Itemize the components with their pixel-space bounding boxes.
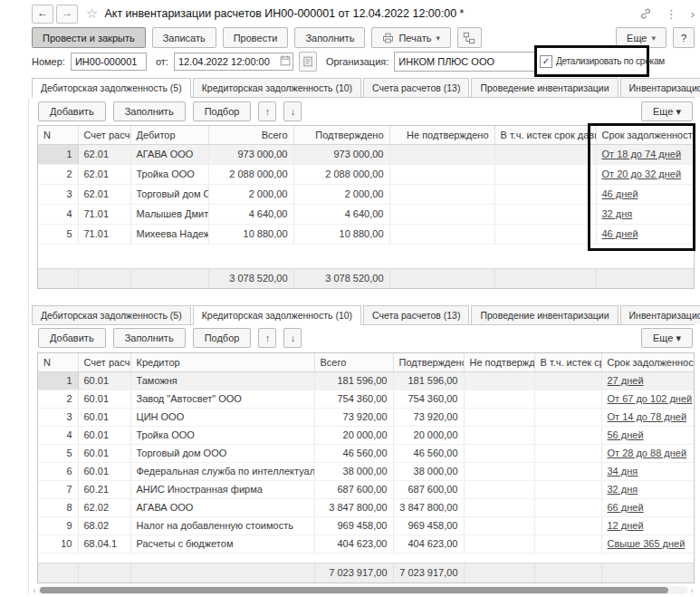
cell-debtor[interactable]: Малышев Дмитри... xyxy=(130,205,208,225)
col-n[interactable]: N xyxy=(38,126,78,145)
cell-creditor[interactable]: Завод "Автосвет" ООО xyxy=(130,390,314,409)
cell-expired[interactable] xyxy=(494,165,596,185)
cell-expired[interactable] xyxy=(534,445,601,463)
cell-n[interactable]: 9 xyxy=(38,517,78,535)
cell-expired[interactable] xyxy=(494,225,596,245)
cell-unconfirmed[interactable] xyxy=(464,517,534,535)
cell-confirmed[interactable]: 2 000,00 xyxy=(293,185,389,205)
cell-account[interactable]: 60.01 xyxy=(78,390,130,409)
col-term[interactable]: Срок задолженности xyxy=(596,126,694,145)
cell-account[interactable]: 60.01 xyxy=(78,463,130,481)
col-confirmed[interactable]: Подтверждено xyxy=(293,126,389,145)
back-button[interactable]: ← xyxy=(32,5,53,24)
cell-debtor[interactable]: Михеева Надежда... xyxy=(130,225,208,245)
tab-debit-1[interactable]: Дебиторская задолженность (5) xyxy=(32,78,191,98)
related-documents-button[interactable] xyxy=(457,27,482,48)
table-row[interactable]: 5 60.01 Торговый дом ООО 46 560,00 46 56… xyxy=(38,445,694,463)
cell-expired[interactable] xyxy=(534,517,601,535)
cell-confirmed[interactable]: 20 000,00 xyxy=(393,427,464,445)
horizontal-scrollbar[interactable]: ‹ › xyxy=(31,585,695,595)
col-unconfirmed[interactable]: Не подтверждено xyxy=(464,353,534,372)
cell-total[interactable]: 404 623,00 xyxy=(314,535,393,554)
cell-n[interactable]: 3 xyxy=(38,409,78,427)
cell-account[interactable]: 62.02 xyxy=(78,499,130,517)
cell-total[interactable]: 3 847 800,00 xyxy=(314,499,393,517)
cell-unconfirmed[interactable] xyxy=(464,445,534,463)
term-link[interactable]: 27 дней xyxy=(608,375,644,386)
tab-commission-1[interactable]: Инвентаризационная комиссия xyxy=(620,78,700,97)
pick-button[interactable]: Подбор xyxy=(193,101,252,121)
term-link[interactable]: От 14 до 78 дней xyxy=(608,411,687,422)
table-row[interactable]: 2 62.01 Тройка ООО 2 088 000,00 2 088 00… xyxy=(38,165,694,185)
cell-unconfirmed[interactable] xyxy=(464,390,534,409)
tab-debit-2[interactable]: Дебиторская задолженность (5) xyxy=(32,305,191,324)
cell-unconfirmed[interactable] xyxy=(464,372,534,390)
term-link[interactable]: 46 дней xyxy=(602,228,638,239)
table-row[interactable]: 9 68.02 Налог на добавленную стоимость 9… xyxy=(38,517,694,535)
col-account[interactable]: Счет расчетов xyxy=(78,126,130,145)
col-expired[interactable]: В т.ч. истек срок давности xyxy=(494,126,596,145)
cell-account[interactable]: 60.01 xyxy=(78,445,130,463)
help-button[interactable]: ? xyxy=(673,27,695,48)
term-link[interactable]: От 18 до 74 дней xyxy=(602,149,682,159)
table-row[interactable]: 5 71.01 Михеева Надежда... 10 880,00 10 … xyxy=(38,225,694,245)
tab-credit-2[interactable]: Кредиторская задолженность (10) xyxy=(193,305,361,325)
favorite-star-icon[interactable]: ☆ xyxy=(86,5,98,22)
cell-total[interactable]: 969 458,00 xyxy=(314,517,393,535)
cell-account[interactable]: 68.04.1 xyxy=(78,535,130,554)
col-debtor[interactable]: Дебитор xyxy=(130,126,208,145)
move-down-button[interactable]: ↓ xyxy=(283,101,302,121)
add-row-button[interactable]: Добавить xyxy=(38,101,106,121)
cell-expired[interactable] xyxy=(534,481,601,499)
table-row[interactable]: 1 62.01 АГАВА ООО 973 000,00 973 000,00 … xyxy=(38,145,694,165)
cell-account[interactable]: 60.01 xyxy=(78,427,130,445)
cell-unconfirmed[interactable] xyxy=(464,481,534,499)
cell-creditor[interactable]: ЦИН ООО xyxy=(130,409,314,427)
cell-unconfirmed[interactable] xyxy=(464,427,534,445)
cell-account[interactable]: 71.01 xyxy=(78,225,130,245)
term-link[interactable]: От 20 до 32 дней xyxy=(602,169,682,179)
tab-accounts-1[interactable]: Счета расчетов (13) xyxy=(363,78,469,97)
calendar-icon[interactable] xyxy=(280,55,291,66)
table-row[interactable]: 7 60.21 АНИС Иностранная фирма 687 600,0… xyxy=(38,481,694,499)
cell-total[interactable]: 754 360,00 xyxy=(314,390,393,409)
table-row[interactable]: 3 60.01 ЦИН ООО 73 920,00 73 920,00 От 1… xyxy=(38,409,694,427)
cell-expired[interactable] xyxy=(534,372,601,390)
cell-creditor[interactable]: АГАВА ООО xyxy=(130,499,314,517)
cell-n[interactable]: 2 xyxy=(38,165,78,185)
cell-total[interactable]: 73 920,00 xyxy=(314,409,393,427)
document-list-button[interactable] xyxy=(299,52,317,72)
cell-account[interactable]: 71.01 xyxy=(78,205,130,225)
cell-creditor[interactable]: Таможня xyxy=(130,372,314,390)
cell-unconfirmed[interactable] xyxy=(389,225,494,245)
cell-creditor[interactable]: Федеральная служба по интеллектуальной с… xyxy=(130,463,314,481)
cell-unconfirmed[interactable] xyxy=(464,499,534,517)
pick-button[interactable]: Подбор xyxy=(193,328,252,348)
term-link[interactable]: 66 дней xyxy=(608,502,644,513)
add-row-button[interactable]: Добавить xyxy=(38,328,106,348)
cell-total[interactable]: 20 000,00 xyxy=(314,427,393,445)
term-link[interactable]: От 67 до 102 дней xyxy=(608,393,693,404)
cell-confirmed[interactable]: 4 640,00 xyxy=(293,205,389,225)
cell-confirmed[interactable]: 3 847 800,00 xyxy=(393,499,464,517)
col-term[interactable]: Срок задолженности xyxy=(601,353,694,372)
cell-expired[interactable] xyxy=(494,145,596,165)
table-row[interactable]: 2 60.01 Завод "Автосвет" ООО 754 360,00 … xyxy=(38,390,694,409)
print-button[interactable]: Печать ▾ xyxy=(371,27,451,48)
copy-link-icon[interactable] xyxy=(639,7,652,20)
cell-unconfirmed[interactable] xyxy=(389,185,494,205)
col-expired[interactable]: В т.ч. истек срок ... xyxy=(534,353,601,372)
fill-table-button[interactable]: Заполнить xyxy=(113,101,186,121)
term-link[interactable]: 32 дня xyxy=(608,484,638,495)
col-account[interactable]: Счет расчетов xyxy=(78,353,130,372)
cell-confirmed[interactable]: 46 560,00 xyxy=(393,445,464,463)
cell-confirmed[interactable]: 973 000,00 xyxy=(293,145,389,165)
col-total[interactable]: Всего xyxy=(208,126,293,145)
cell-unconfirmed[interactable] xyxy=(389,145,494,165)
cell-confirmed[interactable]: 969 458,00 xyxy=(393,517,464,535)
number-input[interactable] xyxy=(71,53,147,71)
forward-button[interactable]: → xyxy=(56,5,78,24)
col-unconfirmed[interactable]: Не подтверждено xyxy=(389,126,494,145)
kebab-menu-icon[interactable]: ⋮ xyxy=(666,7,677,21)
cell-n[interactable]: 1 xyxy=(38,372,78,390)
